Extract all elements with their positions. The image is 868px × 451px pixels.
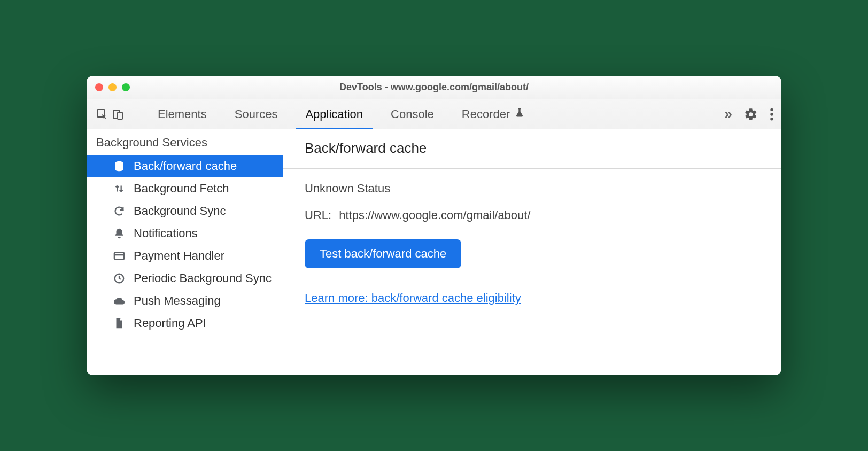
- kebab-menu-icon[interactable]: [770, 107, 774, 121]
- panel-footer: Learn more: back/forward cache eligibili…: [283, 279, 781, 317]
- svg-point-4: [770, 113, 773, 115]
- sidebar-item-label: Background Fetch: [134, 182, 229, 196]
- test-bfcache-button[interactable]: Test back/forward cache: [305, 239, 461, 268]
- sidebar-item-payment-handler[interactable]: Payment Handler: [87, 245, 283, 267]
- url-line: URL: https://www.google.com/gmail/about/: [305, 208, 760, 222]
- sidebar-item-reporting-api[interactable]: Reporting API: [87, 312, 283, 335]
- svg-rect-7: [114, 253, 124, 260]
- device-toggle-icon[interactable]: [110, 106, 126, 122]
- svg-point-3: [770, 108, 773, 111]
- window-controls: [95, 83, 130, 91]
- maximize-window-button[interactable]: [122, 83, 130, 91]
- sidebar-item-label: Periodic Background Sync: [134, 271, 272, 285]
- sidebar-item-label: Background Sync: [134, 204, 226, 218]
- tab-recorder[interactable]: Recorder: [448, 99, 539, 129]
- sidebar-item-label: Push Messaging: [134, 294, 221, 308]
- bell-icon: [112, 227, 126, 240]
- learn-more-link[interactable]: Learn more: back/forward cache eligibili…: [305, 291, 521, 305]
- sidebar-section-header: Background Services: [87, 129, 283, 155]
- sidebar-item-background-sync[interactable]: Background Sync: [87, 200, 283, 222]
- sidebar-item-notifications[interactable]: Notifications: [87, 222, 283, 245]
- sidebar-item-bfcache[interactable]: Back/forward cache: [87, 155, 283, 177]
- sidebar-item-label: Back/forward cache: [134, 159, 237, 173]
- sync-icon: [112, 204, 126, 218]
- cloud-icon: [112, 294, 126, 308]
- titlebar: DevTools - www.google.com/gmail/about/: [87, 76, 781, 99]
- url-value: https://www.google.com/gmail/about/: [339, 208, 530, 222]
- devtools-window: DevTools - www.google.com/gmail/about/ E…: [87, 76, 781, 375]
- sidebar-item-label: Reporting API: [134, 316, 206, 330]
- toolbar-divider: [133, 106, 133, 122]
- sidebar-item-push-messaging[interactable]: Push Messaging: [87, 290, 283, 312]
- url-label: URL:: [305, 208, 331, 222]
- main-panel: Back/forward cache Unknown Status URL: h…: [283, 129, 781, 375]
- svg-point-5: [770, 117, 773, 120]
- sidebar: Background Services Back/forward cache B…: [87, 129, 283, 375]
- status-text: Unknown Status: [305, 182, 760, 196]
- credit-card-icon: [112, 249, 126, 263]
- inspect-icon[interactable]: [94, 106, 110, 122]
- tab-recorder-label: Recorder: [462, 107, 510, 121]
- toolbar-right: »: [725, 106, 774, 122]
- document-icon: [112, 316, 126, 330]
- tab-sources[interactable]: Sources: [221, 99, 292, 129]
- more-tabs-icon[interactable]: »: [725, 106, 732, 122]
- tab-elements[interactable]: Elements: [144, 99, 221, 129]
- fetch-arrows-icon: [112, 182, 126, 196]
- tab-console[interactable]: Console: [377, 99, 448, 129]
- minimize-window-button[interactable]: [108, 83, 117, 91]
- sidebar-item-label: Notifications: [134, 227, 198, 240]
- svg-rect-2: [118, 112, 122, 119]
- panel-tabs: Elements Sources Application Console Rec…: [144, 99, 725, 129]
- database-icon: [112, 159, 126, 173]
- settings-icon[interactable]: [744, 107, 758, 121]
- panel-body: Unknown Status URL: https://www.google.c…: [283, 169, 781, 279]
- sidebar-item-label: Payment Handler: [134, 249, 224, 263]
- close-window-button[interactable]: [95, 83, 103, 91]
- toolbar: Elements Sources Application Console Rec…: [87, 99, 781, 129]
- content: Background Services Back/forward cache B…: [87, 129, 781, 375]
- clock-icon: [112, 271, 126, 285]
- sidebar-item-periodic-sync[interactable]: Periodic Background Sync: [87, 267, 283, 290]
- panel-heading: Back/forward cache: [283, 129, 781, 169]
- flask-icon: [514, 107, 525, 121]
- window-title: DevTools - www.google.com/gmail/about/: [87, 82, 781, 93]
- tab-application[interactable]: Application: [291, 99, 377, 129]
- sidebar-item-background-fetch[interactable]: Background Fetch: [87, 177, 283, 200]
